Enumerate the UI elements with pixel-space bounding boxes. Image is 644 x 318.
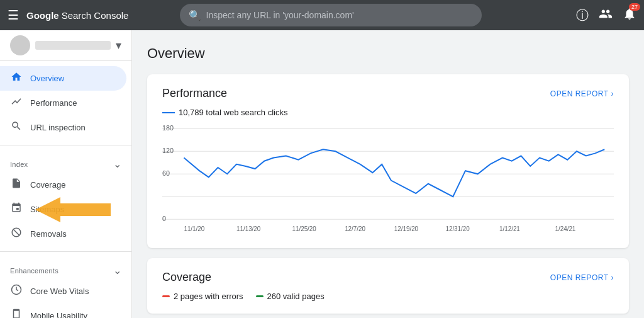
svg-text:12/7/20: 12/7/20 (345, 225, 365, 232)
sidebar-core-web-vitals-label: Core Web Vitals (30, 287, 89, 296)
coverage-card-header: Coverage OPEN REPORT › (162, 271, 614, 284)
performance-icon (10, 96, 23, 110)
svg-text:1/12/21: 1/12/21 (499, 225, 520, 232)
coverage-open-report[interactable]: OPEN REPORT › (550, 273, 614, 282)
svg-text:11/13/20: 11/13/20 (236, 225, 261, 232)
home-icon (10, 71, 23, 86)
performance-open-report[interactable]: OPEN REPORT › (550, 89, 614, 98)
sidebar: ▾ Overview Performance (0, 30, 132, 318)
sidebar-removals-label: Removals (30, 229, 67, 239)
performance-card: Performance OPEN REPORT › 10,789 total w… (147, 74, 629, 248)
sidebar-section-enhancements: Enhancements ⌄ (0, 257, 131, 279)
app-logo: Google Search Console (26, 10, 128, 21)
sidebar-item-sitemaps[interactable]: Sitemaps (0, 197, 126, 222)
notification-count: 27 (629, 3, 640, 11)
sidebar-section-index: Index ⌄ (0, 150, 131, 173)
performance-chart: 180 120 60 0 11/1/20 11/13/20 11/25/20 1… (162, 122, 614, 236)
chevron-up-icon-2[interactable]: ⌄ (113, 264, 121, 276)
coverage-card: Coverage OPEN REPORT › 2 pages with erro… (147, 258, 629, 314)
search-icon (10, 120, 23, 135)
sidebar-item-coverage[interactable]: Coverage (0, 173, 126, 197)
svg-text:0: 0 (162, 215, 166, 222)
svg-text:60: 60 (162, 169, 170, 177)
search-bar[interactable]: 🔍 (180, 4, 482, 26)
sidebar-coverage-label: Coverage (30, 180, 65, 190)
sidebar-item-mobile-usability[interactable]: Mobile Usability (0, 304, 126, 318)
sidebar-item-removals[interactable]: Removals (0, 222, 126, 246)
coverage-valid-legend: 260 valid pages (256, 292, 325, 301)
site-selector[interactable]: ▾ (0, 30, 131, 61)
coverage-card-title: Coverage (162, 271, 211, 284)
coverage-legend: 2 pages with errors 260 valid pages (162, 292, 614, 301)
sitemaps-icon (10, 202, 23, 217)
coverage-errors-text: 2 pages with errors (174, 292, 243, 301)
chevron-right-icon: › (611, 89, 614, 98)
notification-button[interactable]: 27 (623, 7, 636, 24)
chevron-down-icon: ▾ (116, 38, 121, 52)
performance-legend: 10,789 total web search clicks (162, 108, 614, 117)
sidebar-item-url-inspection[interactable]: URL inspection (0, 115, 126, 140)
site-avatar (10, 35, 30, 55)
coverage-errors-legend: 2 pages with errors (162, 292, 243, 301)
error-dot (162, 295, 170, 297)
search-icon: 🔍 (189, 9, 201, 21)
removals-icon (10, 227, 23, 241)
chevron-up-icon[interactable]: ⌄ (113, 158, 121, 170)
performance-card-header: Performance OPEN REPORT › (162, 87, 614, 100)
svg-text:120: 120 (162, 147, 174, 154)
svg-text:12/31/20: 12/31/20 (445, 225, 470, 232)
sidebar-sitemaps-label: Sitemaps (30, 205, 64, 214)
sidebar-nav: Overview Performance URL inspection Inde… (0, 61, 131, 318)
svg-text:1/24/21: 1/24/21 (555, 225, 576, 232)
main-layout: ▾ Overview Performance (0, 30, 644, 318)
topbar: ☰ Google Search Console 🔍 ⓘ 27 (0, 0, 644, 30)
help-button[interactable]: ⓘ (576, 7, 589, 24)
performance-chart-svg: 180 120 60 0 11/1/20 11/13/20 11/25/20 1… (162, 122, 614, 236)
svg-text:11/1/20: 11/1/20 (184, 225, 204, 232)
main-content: Overview Performance OPEN REPORT › 10,78… (132, 30, 644, 318)
performance-legend-text: 10,789 total web search clicks (179, 108, 287, 117)
divider-1 (0, 145, 131, 145)
logo-google: Google (26, 10, 59, 21)
coverage-valid-text: 260 valid pages (267, 292, 325, 301)
svg-text:180: 180 (162, 124, 174, 132)
page-title: Overview (147, 45, 629, 62)
logo-product: Search Console (62, 10, 129, 21)
coverage-icon (10, 178, 23, 192)
sidebar-item-core-web-vitals[interactable]: Core Web Vitals (0, 279, 126, 304)
sidebar-overview-label: Overview (30, 74, 64, 83)
sidebar-url-inspection-label: URL inspection (30, 123, 86, 132)
chevron-right-icon-2: › (611, 273, 614, 282)
core-web-vitals-icon (10, 284, 23, 298)
topbar-actions: ⓘ 27 (576, 7, 636, 24)
valid-dot (256, 295, 264, 297)
sidebar-performance-label: Performance (30, 98, 77, 108)
menu-icon[interactable]: ☰ (8, 8, 19, 23)
sidebar-item-performance[interactable]: Performance (0, 91, 126, 115)
svg-text:11/25/20: 11/25/20 (292, 225, 317, 232)
sidebar-mobile-usability-label: Mobile Usability (30, 311, 87, 318)
divider-2 (0, 251, 131, 252)
performance-card-title: Performance (162, 87, 227, 100)
accounts-button[interactable] (599, 7, 613, 24)
sidebar-item-overview[interactable]: Overview (0, 66, 126, 91)
legend-line-blue (162, 112, 175, 113)
svg-text:12/19/20: 12/19/20 (394, 225, 419, 232)
search-input[interactable] (206, 10, 473, 20)
site-domain (35, 41, 111, 50)
mobile-icon (10, 309, 23, 318)
